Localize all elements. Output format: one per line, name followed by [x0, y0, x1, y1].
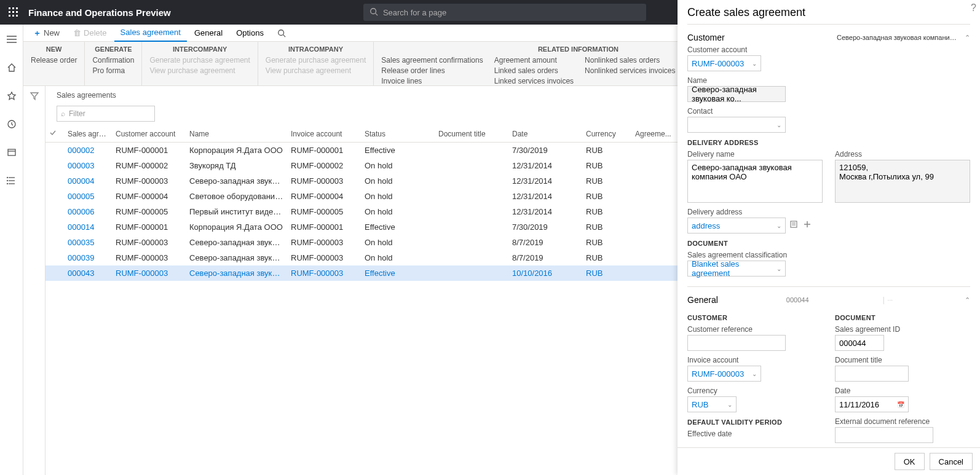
- col-customer[interactable]: Customer account: [112, 125, 186, 143]
- currency-label: Currency: [687, 387, 823, 395]
- cell-date: 12/31/2014: [508, 204, 582, 219]
- svg-rect-15: [8, 149, 15, 155]
- cell-id[interactable]: 000039: [64, 250, 112, 265]
- delivery-name-input[interactable]: Северо-западная звуковая компания ОАО: [687, 160, 823, 203]
- confirmation-link[interactable]: Confirmation: [92, 55, 134, 65]
- home-icon[interactable]: [2, 58, 22, 77]
- ic-generate-po-link[interactable]: Generate purchase agreement: [149, 55, 250, 65]
- cell-id[interactable]: 000035: [64, 235, 112, 250]
- panel-footer: OK Cancel: [678, 447, 980, 475]
- col-check[interactable]: [45, 125, 64, 143]
- row-check[interactable]: [45, 250, 64, 265]
- linked-sales-orders-link[interactable]: Linked sales orders: [494, 66, 574, 76]
- section-customer-header[interactable]: Customer Северо-западная звуковая компан…: [687, 29, 970, 45]
- ok-button[interactable]: OK: [895, 453, 925, 470]
- chevron-up-icon: ⌃: [965, 34, 970, 42]
- calendar-icon: 📅: [897, 401, 904, 408]
- sa-class-input[interactable]: Blanket sales agreement⌄: [687, 261, 786, 277]
- row-check[interactable]: [45, 143, 64, 159]
- section-general: General 000044 │ ··· ⌃ CUSTOMER Customer…: [687, 286, 970, 447]
- col-doctitle[interactable]: Document title: [435, 125, 508, 143]
- invoice-lines-link[interactable]: Invoice lines: [381, 76, 483, 86]
- default-validity-header: DEFAULT VALIDITY PERIOD: [687, 418, 823, 426]
- chevron-down-icon: ⌄: [752, 60, 757, 67]
- currency-input[interactable]: RUB⌄: [687, 396, 737, 412]
- cell-date: 12/31/2014: [508, 173, 582, 189]
- row-check[interactable]: [45, 265, 64, 281]
- row-check[interactable]: [45, 235, 64, 250]
- funnel-icon[interactable]: [30, 91, 39, 475]
- customer-account-input[interactable]: RUMF-000003⌄: [687, 55, 761, 71]
- ia-view-po-link[interactable]: View purchase agreement: [266, 66, 366, 76]
- release-order-lines-link[interactable]: Release order lines: [381, 66, 483, 76]
- agreement-amount-link[interactable]: Agreement amount: [494, 55, 574, 65]
- find-button[interactable]: [271, 26, 292, 40]
- nonlinked-services-invoices-link[interactable]: Nonlinked services invoices: [585, 66, 675, 76]
- address-detail-icon[interactable]: [789, 220, 798, 231]
- cell-id[interactable]: 000006: [64, 204, 112, 219]
- cell-currency: RUB: [582, 143, 631, 159]
- cell-id[interactable]: 000043: [64, 265, 112, 281]
- grid-filter-input[interactable]: ⌕ Filter: [57, 106, 155, 122]
- ext-ref-input[interactable]: [835, 427, 933, 443]
- modules-icon[interactable]: [2, 171, 22, 190]
- cell-id[interactable]: 000002: [64, 143, 112, 159]
- row-check[interactable]: [45, 219, 64, 235]
- global-search[interactable]: Search for a page: [363, 4, 646, 21]
- tab-options[interactable]: Options: [230, 26, 270, 40]
- recent-icon[interactable]: [2, 114, 22, 134]
- col-invoice[interactable]: Invoice account: [287, 125, 361, 143]
- nonlinked-sales-orders-link[interactable]: Nonlinked sales orders: [585, 55, 675, 65]
- ic-view-po-link[interactable]: View purchase agreement: [149, 66, 250, 76]
- cell-currency: RUB: [582, 265, 631, 281]
- sa-id-input[interactable]: 000044: [835, 335, 884, 351]
- add-address-icon[interactable]: [803, 220, 812, 231]
- proforma-link[interactable]: Pro forma: [92, 66, 134, 76]
- row-check[interactable]: [45, 204, 64, 219]
- ia-generate-po-link[interactable]: Generate purchase agreement: [266, 55, 366, 65]
- sa-confirmations-link[interactable]: Sales agreement confirmations: [381, 55, 483, 65]
- release-order-link[interactable]: Release order: [31, 55, 77, 65]
- doc-title-input[interactable]: [835, 366, 909, 382]
- cell-id[interactable]: 000003: [64, 158, 112, 173]
- cell-invoice: RUMF-000002: [287, 158, 361, 173]
- row-check[interactable]: [45, 189, 64, 204]
- delivery-address-input[interactable]: address⌄: [687, 218, 786, 234]
- cell-invoice: RUMF-000004: [287, 189, 361, 204]
- col-name[interactable]: Name: [186, 125, 287, 143]
- svg-point-21: [7, 181, 7, 181]
- cust-ref-input[interactable]: [687, 335, 786, 351]
- col-status[interactable]: Status: [361, 125, 435, 143]
- waffle-icon[interactable]: [6, 5, 21, 20]
- tab-general[interactable]: General: [188, 26, 229, 40]
- delete-button[interactable]: 🗑Delete: [67, 26, 113, 40]
- section-general-header[interactable]: General 000044 │ ··· ⌃: [687, 292, 970, 308]
- cell-id[interactable]: 000005: [64, 189, 112, 204]
- cell-id[interactable]: 000014: [64, 219, 112, 235]
- effective-date-label: Effective date: [687, 430, 823, 438]
- date-input[interactable]: 11/11/2016📅: [835, 396, 909, 412]
- cell-id[interactable]: 000004: [64, 173, 112, 189]
- cell-currency: RUB: [582, 189, 631, 204]
- create-sales-agreement-panel: ? Create sales agreement Customer Северо…: [678, 0, 980, 475]
- invoice-account-input[interactable]: RUMF-000003⌄: [687, 366, 761, 382]
- linked-services-invoices-link[interactable]: Linked services invoices: [494, 76, 574, 86]
- row-check[interactable]: [45, 173, 64, 189]
- col-id[interactable]: Sales agree... ↑: [64, 125, 112, 143]
- hamburger-icon[interactable]: [2, 29, 22, 49]
- col-date[interactable]: Date: [508, 125, 582, 143]
- new-button[interactable]: ＋New: [27, 25, 66, 41]
- star-icon[interactable]: [2, 86, 22, 106]
- row-check[interactable]: [45, 158, 64, 173]
- col-currency[interactable]: Currency: [582, 125, 631, 143]
- doc-title-label: Document title: [835, 356, 970, 364]
- name-input: Северо-западная звуковая ко...: [687, 86, 786, 102]
- cell-customer: RUMF-000003: [112, 265, 186, 281]
- cell-doctitle: [435, 235, 508, 250]
- contact-input[interactable]: ⌄: [687, 117, 786, 133]
- help-icon[interactable]: ?: [971, 2, 976, 14]
- tab-sales-agreement[interactable]: Sales agreement: [114, 25, 187, 42]
- workspace-icon[interactable]: [2, 143, 22, 162]
- svg-line-10: [376, 13, 378, 15]
- cancel-button[interactable]: Cancel: [930, 453, 973, 470]
